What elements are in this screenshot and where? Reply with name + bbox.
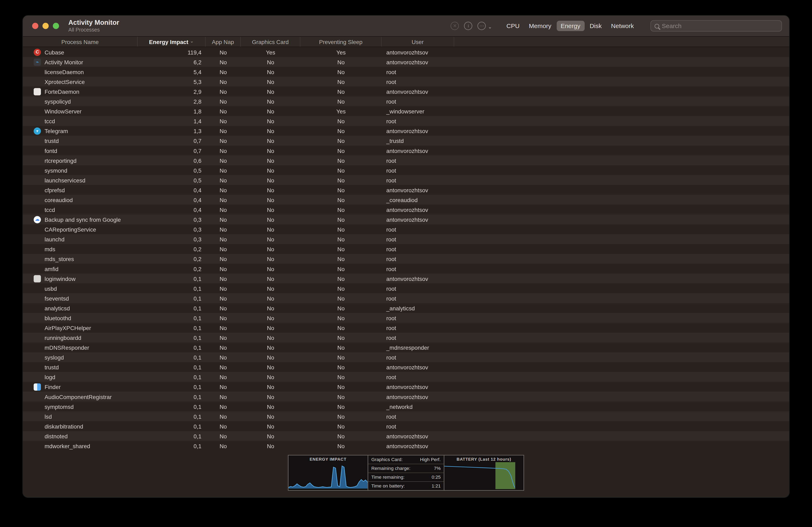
cell-preventing-sleep: No — [301, 136, 382, 145]
column-header-process-name[interactable]: Process Name — [23, 37, 138, 47]
activity-monitor-window: Activity Monitor All Processes ✕ i ⋯ ⌄ C… — [23, 16, 789, 497]
table-row[interactable]: rtcreportingd0,6NoNoNoroot — [23, 155, 789, 165]
column-header-user[interactable]: User — [382, 37, 454, 47]
search-input[interactable] — [662, 22, 778, 29]
table-row[interactable]: bluetoothd0,1NoNoNoroot — [23, 313, 789, 323]
close-window-button[interactable] — [32, 23, 38, 29]
table-row[interactable]: mds_stores0,2NoNoNoroot — [23, 254, 789, 264]
tab-memory[interactable]: Memory — [525, 21, 555, 31]
table-row[interactable]: trustd0,1NoNoNoantonvorozhtsov — [23, 362, 789, 372]
cell-preventing-sleep: Yes — [301, 106, 382, 116]
table-row[interactable]: fontd0,7NoNoNoantonvorozhtsov — [23, 145, 789, 155]
cell-graphics-card: No — [241, 401, 301, 411]
table-row[interactable]: mds0,2NoNoNoroot — [23, 244, 789, 254]
table-row[interactable]: CCubase119,4NoYesYesantonvorozhtsov — [23, 47, 789, 57]
cell-app-nap: No — [206, 323, 241, 333]
tab-cpu[interactable]: CPU — [502, 21, 524, 31]
cell-process-name: syslogd — [23, 352, 138, 362]
table-row[interactable]: launchservicesd0,5NoNoNoroot — [23, 175, 789, 185]
table-row[interactable]: runningboardd0,1NoNoNoroot — [23, 333, 789, 343]
cell-filler — [454, 67, 789, 76]
table-row[interactable]: tccd0,4NoNoNoantonvorozhtsov — [23, 205, 789, 215]
table-row[interactable]: Finder0,1NoNoNoantonvorozhtsov — [23, 382, 789, 392]
table-row[interactable]: CAReportingService0,3NoNoNoroot — [23, 224, 789, 234]
search-field[interactable] — [650, 20, 782, 32]
table-row[interactable]: sysmond0,5NoNoNoroot — [23, 165, 789, 175]
cell-preventing-sleep: No — [301, 362, 382, 372]
table-row[interactable]: lsd0,1NoNoNoroot — [23, 411, 789, 421]
cell-user: _windowserver — [382, 106, 454, 116]
column-header-energy-impact[interactable]: Energy Impact⌄ — [138, 37, 206, 47]
process-table[interactable]: CCubase119,4NoYesYesantonvorozhtsov⌁Acti… — [23, 47, 789, 450]
cell-preventing-sleep: Yes — [301, 47, 382, 57]
column-header-filler[interactable] — [454, 37, 789, 47]
cell-user: antonvorozhtsov — [382, 205, 454, 215]
battery-graph — [444, 462, 523, 490]
cell-preventing-sleep: No — [301, 254, 382, 264]
table-row[interactable]: syslogd0,1NoNoNoroot — [23, 352, 789, 362]
table-row[interactable]: analyticsd0,1NoNoNo_analyticsd — [23, 303, 789, 313]
cell-process-name: coreaudiod — [23, 195, 138, 205]
inspect-process-icon[interactable]: i — [464, 22, 472, 30]
tab-disk[interactable]: Disk — [585, 21, 606, 31]
table-row[interactable]: tccd1,4NoNoNoroot — [23, 116, 789, 126]
table-row[interactable]: syspolicyd2,8NoNoNoroot — [23, 97, 789, 106]
minimize-window-button[interactable] — [43, 23, 49, 29]
column-header-graphics-card[interactable]: Graphics Card — [241, 37, 301, 47]
column-header-app-nap[interactable]: App Nap — [206, 37, 241, 47]
table-row[interactable]: diskarbitrationd0,1NoNoNoroot — [23, 421, 789, 431]
cell-preventing-sleep: No — [301, 116, 382, 126]
table-row[interactable]: ForteDaemon2,9NoNoNoantonvorozhtsov — [23, 87, 789, 97]
table-row[interactable]: coreaudiod0,4NoNoNo_coreaudiod — [23, 195, 789, 205]
column-header-preventing-sleep[interactable]: Preventing Sleep — [301, 37, 382, 47]
cell-process-name: launchservicesd — [23, 175, 138, 185]
table-row[interactable]: AirPlayXPCHelper0,1NoNoNoroot — [23, 323, 789, 333]
cell-app-nap: No — [206, 343, 241, 352]
more-options-icon[interactable]: ⋯ — [478, 22, 486, 30]
table-row[interactable]: loginwindow0,1NoNoNoantonvorozhtsov — [23, 273, 789, 283]
table-row[interactable]: ⌁Activity Monitor6,2NoNoNoantonvorozhtso… — [23, 57, 789, 67]
loginwindow-app-icon — [33, 275, 41, 282]
tab-network[interactable]: Network — [607, 21, 638, 31]
table-row[interactable]: fseventsd0,1NoNoNoroot — [23, 293, 789, 303]
table-row[interactable]: WindowServer1,8NoNoYes_windowserver — [23, 106, 789, 116]
tab-energy[interactable]: Energy — [556, 21, 584, 31]
cell-user: antonvorozhtsov — [382, 441, 454, 450]
table-row[interactable]: distnoted0,1NoNoNoantonvorozhtsov — [23, 431, 789, 441]
cell-preventing-sleep: No — [301, 401, 382, 411]
cell-preventing-sleep: No — [301, 57, 382, 67]
cell-preventing-sleep: No — [301, 411, 382, 421]
title-block: Activity Monitor All Processes — [68, 19, 119, 33]
table-row[interactable]: launchd0,3NoNoNoroot — [23, 234, 789, 244]
table-row[interactable]: ☁Backup and sync from Google0,3NoNoNoant… — [23, 215, 789, 224]
table-row[interactable]: AudioComponentRegistrar0,1NoNoNoantonvor… — [23, 392, 789, 401]
table-row[interactable]: XprotectService5,3NoNoNoroot — [23, 77, 789, 87]
cell-energy-impact: 0,1 — [138, 401, 206, 411]
cell-energy-impact: 6,2 — [138, 57, 206, 67]
cell-app-nap: No — [206, 254, 241, 264]
table-row[interactable]: mdworker_shared0,1NoNoNoantonvorozhtsov — [23, 441, 789, 450]
stat-value: 1:21 — [432, 483, 440, 488]
table-row[interactable]: ➤Telegram1,3NoNoNoantonvorozhtsov — [23, 126, 789, 136]
cell-filler — [454, 145, 789, 155]
cell-filler — [454, 185, 789, 195]
cell-filler — [454, 362, 789, 372]
zoom-window-button[interactable] — [53, 23, 59, 29]
table-row[interactable]: trustd0,7NoNoNo_trustd — [23, 136, 789, 145]
cell-preventing-sleep: No — [301, 392, 382, 401]
cell-app-nap: No — [206, 155, 241, 165]
table-row[interactable]: amfid0,2NoNoNoroot — [23, 264, 789, 273]
table-row[interactable]: logd0,1NoNoNoroot — [23, 372, 789, 382]
cell-app-nap: No — [206, 441, 241, 450]
table-row[interactable]: licenseDaemon5,4NoNoNoroot — [23, 67, 789, 76]
quit-process-icon[interactable]: ✕ — [451, 22, 459, 30]
cell-filler — [454, 165, 789, 175]
table-row[interactable]: usbd0,1NoNoNoroot — [23, 283, 789, 293]
cell-process-name: bluetoothd — [23, 313, 138, 323]
table-row[interactable]: mDNSResponder0,1NoNoNo_mdnsresponder — [23, 343, 789, 352]
cell-preventing-sleep: No — [301, 244, 382, 254]
titlebar[interactable]: Activity Monitor All Processes ✕ i ⋯ ⌄ C… — [23, 16, 789, 37]
cell-filler — [454, 352, 789, 362]
table-row[interactable]: cfprefsd0,4NoNoNoantonvorozhtsov — [23, 185, 789, 195]
table-row[interactable]: symptomsd0,1NoNoNo_networkd — [23, 401, 789, 411]
